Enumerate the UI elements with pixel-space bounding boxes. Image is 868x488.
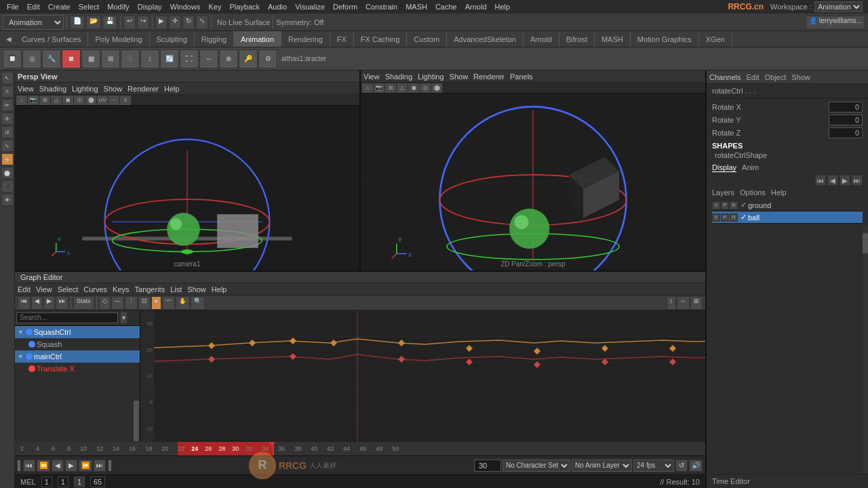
- vp-tb-home[interactable]: ⌂: [16, 96, 27, 105]
- menu-audio[interactable]: Audio: [264, 1, 291, 12]
- anim-layer-dropdown[interactable]: No Anim Layer: [572, 460, 632, 472]
- shelf-icon-1[interactable]: 🔲: [3, 49, 22, 68]
- rp-object[interactable]: Object: [764, 73, 786, 81]
- pb-loop[interactable]: ↺: [675, 460, 688, 472]
- ge-right-2[interactable]: ↔: [677, 296, 690, 310]
- vp-tb-cam[interactable]: 📷: [28, 96, 39, 105]
- shelf-icon-10[interactable]: ⛶: [180, 49, 199, 68]
- rp-ground-r[interactable]: R: [730, 201, 738, 209]
- shelf-icon-14[interactable]: ⚙: [258, 49, 277, 68]
- rp-ground-v[interactable]: V: [712, 201, 720, 209]
- paint-tool[interactable]: ✏: [1, 99, 14, 111]
- pb-current-frame[interactable]: 30: [474, 460, 501, 472]
- user-account-btn[interactable]: 👤 terrywilliams...: [806, 16, 865, 29]
- workspace-dropdown[interactable]: Animation: [814, 1, 863, 12]
- time-editor-label[interactable]: Time Editor: [707, 474, 868, 488]
- ge-tb-4[interactable]: ⏭: [56, 296, 68, 310]
- shelf-left-arrow[interactable]: ◀: [3, 35, 15, 43]
- menu-help[interactable]: Help: [491, 1, 515, 12]
- new-scene-btn[interactable]: 📄: [70, 16, 85, 29]
- universal-tool[interactable]: ⊕: [1, 153, 14, 165]
- ge-edit[interactable]: Edit: [18, 285, 31, 293]
- shelf-icon-13[interactable]: 🔑: [239, 49, 258, 68]
- rp-ball-p[interactable]: P: [721, 214, 729, 222]
- vp-tb-wire[interactable]: △: [51, 96, 62, 105]
- tab-fx[interactable]: FX: [330, 31, 354, 47]
- ge-curves[interactable]: Curves: [83, 285, 107, 293]
- rp-nav-end[interactable]: ⏭: [852, 175, 863, 186]
- menu-select[interactable]: Select: [75, 1, 104, 12]
- rp-options-btn[interactable]: Options: [740, 188, 766, 197]
- vp-rgt-shade1[interactable]: ◼: [408, 83, 419, 93]
- ge-zoom-btn[interactable]: 🔍: [191, 296, 205, 310]
- lasso-tool[interactable]: ⟡: [1, 85, 14, 98]
- menu-constrain[interactable]: Constrain: [361, 1, 401, 12]
- save-btn[interactable]: 💾: [102, 16, 117, 29]
- ge-view[interactable]: View: [36, 285, 52, 293]
- ge-keys[interactable]: Keys: [113, 285, 129, 293]
- vp-left-shading[interactable]: Shading: [39, 85, 66, 93]
- tab-xgen[interactable]: XGen: [699, 31, 732, 47]
- rp-ball-r[interactable]: R: [730, 214, 738, 222]
- rp-nav-next[interactable]: ▶: [840, 175, 850, 186]
- rp-nav-prev[interactable]: ◀: [827, 175, 838, 186]
- ge-item-squash[interactable]: Squash: [15, 338, 140, 350]
- vp-left-show[interactable]: Show: [104, 85, 123, 93]
- rp-help-btn[interactable]: Help: [771, 188, 787, 197]
- rp-channels[interactable]: Channels: [709, 73, 741, 81]
- tab-mash[interactable]: MASH: [595, 31, 631, 47]
- ge-pan-btn[interactable]: ✋: [176, 296, 190, 310]
- ge-snap-btn[interactable]: ⊡: [138, 296, 151, 310]
- sculpt-tool[interactable]: ⬛: [1, 180, 14, 192]
- ge-tb-2[interactable]: ◀: [31, 296, 43, 310]
- menu-deform[interactable]: Deform: [329, 1, 361, 12]
- vp-left-canvas[interactable]: X Y camera1: [15, 106, 359, 270]
- vp-right-canvas[interactable]: X Y 2D Pan/Zoom : persp: [361, 94, 705, 270]
- vp-rgt-wire[interactable]: △: [397, 83, 408, 93]
- menu-create[interactable]: Create: [44, 1, 75, 12]
- vp-tb-iso[interactable]: ⋯: [108, 96, 119, 105]
- tab-arnold[interactable]: Arnold: [524, 31, 559, 47]
- rp-scroll-thumb[interactable]: [863, 233, 868, 253]
- undo-btn[interactable]: ↩: [123, 16, 136, 29]
- ge-scroll-thumb[interactable]: [134, 401, 139, 441]
- ge-search-dropdown[interactable]: ▼: [120, 312, 127, 324]
- tab-custom[interactable]: Custom: [407, 31, 447, 47]
- shelf-icon-5[interactable]: ▦: [81, 49, 100, 68]
- vp-tb-uv[interactable]: UV: [97, 96, 108, 105]
- vp-tb-xray[interactable]: X: [120, 96, 131, 105]
- shelf-icon-6[interactable]: ⊞: [101, 49, 120, 68]
- show-hide[interactable]: 👁: [1, 194, 14, 206]
- mode-dropdown[interactable]: Animation: [3, 15, 64, 30]
- character-set-dropdown[interactable]: No Character Set: [502, 460, 570, 472]
- ge-item-translatex[interactable]: Translate X: [15, 363, 140, 375]
- rotate-tool[interactable]: ↻: [182, 16, 195, 29]
- tab-advanced-skeleton[interactable]: AdvancedSkeleton: [447, 31, 524, 47]
- vp-tb-grid[interactable]: ⊞: [39, 96, 50, 105]
- rp-rotate-y-value[interactable]: 0: [829, 115, 863, 125]
- vp-right-lighting[interactable]: Lighting: [418, 73, 444, 81]
- vp-left-renderer[interactable]: Renderer: [127, 85, 159, 93]
- pb-audio[interactable]: 🔊: [689, 460, 703, 472]
- pb-step-back[interactable]: ⏪: [37, 460, 50, 472]
- tl-range-end-handle[interactable]: [108, 460, 111, 471]
- ge-list[interactable]: List: [170, 285, 182, 293]
- shelf-icon-9[interactable]: 🔄: [160, 49, 179, 68]
- rp-scrollbar[interactable]: [863, 226, 868, 474]
- tab-sculpting[interactable]: Sculpting: [150, 31, 195, 47]
- pb-end[interactable]: ⏭: [94, 460, 106, 472]
- ge-help[interactable]: Help: [212, 285, 227, 293]
- vp-left-view[interactable]: View: [18, 85, 34, 93]
- menu-visualize[interactable]: Visualize: [291, 1, 329, 12]
- rp-ball-row[interactable]: V P R ✓ ball: [712, 211, 863, 224]
- ge-right-1[interactable]: ↕: [667, 296, 677, 310]
- ge-right-3[interactable]: ⊞: [690, 296, 703, 310]
- shelf-icon-4[interactable]: ⏹: [62, 49, 81, 68]
- menu-display[interactable]: Display: [134, 1, 166, 12]
- ge-tangents[interactable]: Tangents: [135, 285, 165, 293]
- vp-right-view[interactable]: View: [363, 73, 380, 81]
- vp-rgt-home[interactable]: ⌂: [362, 83, 373, 93]
- pb-play-back[interactable]: ◀: [52, 460, 64, 472]
- tab-animation[interactable]: Animation: [234, 31, 281, 47]
- ge-show[interactable]: Show: [187, 285, 206, 293]
